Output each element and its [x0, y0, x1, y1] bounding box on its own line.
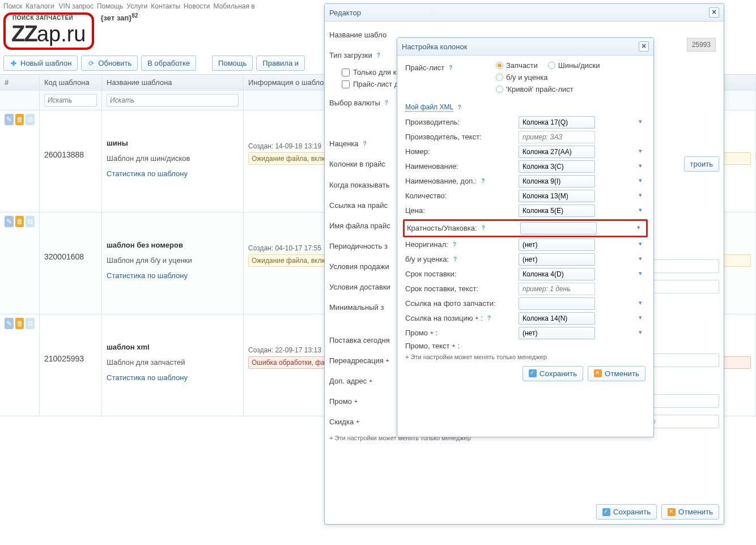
- filter-code-input[interactable]: [44, 94, 97, 107]
- help-icon[interactable]: ?: [479, 224, 487, 232]
- help-icon[interactable]: ?: [451, 241, 458, 249]
- nav-search[interactable]: Поиск: [3, 2, 22, 10]
- nav-contacts[interactable]: Контакты: [151, 2, 180, 10]
- col-setting-row: Срок поставки, текст:: [405, 283, 645, 295]
- edit-icon[interactable]: ✎: [5, 114, 14, 125]
- cell-code: 260013888: [40, 110, 102, 212]
- col-num[interactable]: #: [0, 75, 40, 90]
- filter-name-input[interactable]: [107, 94, 239, 107]
- radio-icon: [548, 62, 555, 69]
- col-setting-row: Промо, текст+:: [405, 342, 645, 350]
- logo[interactable]: ПОИСК ЗАПЧАСТЕЙ ZZ ap.ru: [3, 12, 94, 50]
- stats-link[interactable]: Статистика по шаблону: [107, 373, 188, 382]
- nav-catalogs[interactable]: Каталоги: [26, 2, 55, 10]
- col-setting-row: Неоригинал: ?(нет): [405, 239, 645, 251]
- logo-tag: {зет зап}82: [101, 14, 138, 22]
- col-select[interactable]: (нет): [519, 239, 595, 251]
- cols-save-button[interactable]: Сохранить: [523, 366, 583, 381]
- col-setting-row: Кратность/Упаковка: ?: [403, 219, 648, 237]
- nav-mobile[interactable]: Мобильная в: [214, 2, 255, 10]
- col-text-input[interactable]: [519, 283, 595, 295]
- nav-help[interactable]: Помощь: [97, 2, 123, 10]
- nav-services[interactable]: Услуги: [126, 2, 147, 10]
- template-title: шаблон без номеров: [107, 241, 239, 249]
- col-select[interactable]: [520, 222, 597, 235]
- editor-save-button[interactable]: Сохранить: [596, 504, 657, 520]
- cols-title: Настройка колонок: [402, 42, 467, 51]
- copy-icon[interactable]: ⧉: [26, 216, 35, 227]
- cols-footnote: Эти настройки может менять только менедж…: [405, 354, 645, 360]
- col-label: Срок поставки, текст:: [405, 284, 519, 293]
- help-icon[interactable]: ?: [361, 139, 369, 147]
- help-icon[interactable]: ?: [451, 256, 459, 263]
- template-subtitle: Шаблон для запчастей: [107, 358, 239, 367]
- col-setting-row: Срок поставки:Колонка 4(D): [405, 268, 645, 280]
- x-icon: [594, 369, 602, 377]
- help-icon[interactable]: ?: [447, 63, 455, 71]
- nav-vin[interactable]: VIN запрос: [59, 2, 94, 10]
- template-title: шаблон xml: [107, 343, 239, 351]
- help-icon[interactable]: ?: [479, 177, 487, 185]
- col-code[interactable]: Код шаблона: [40, 75, 102, 90]
- col-select[interactable]: (нет): [519, 327, 595, 339]
- help-icon[interactable]: ?: [485, 314, 493, 322]
- cols-title-bar[interactable]: Настройка колонок ×: [397, 38, 653, 56]
- col-select[interactable]: Колонка 4(D): [519, 268, 595, 280]
- configure-cols-button[interactable]: троить: [684, 156, 719, 172]
- col-label: Ссылка на позицию+: ?: [405, 314, 519, 322]
- radio-parts[interactable]: Запчасти: [496, 61, 538, 70]
- cols-cancel-button[interactable]: Отменить: [588, 366, 645, 381]
- radio-icon: [496, 86, 503, 93]
- col-name[interactable]: Название шаблона: [102, 75, 244, 90]
- col-label: Ссылка на фото запчасти:: [405, 299, 519, 308]
- template-subtitle: Шаблон для шин/дисков: [107, 154, 239, 163]
- radio-tires[interactable]: Шины/диски: [548, 61, 600, 70]
- edit-icon[interactable]: ✎: [5, 318, 14, 329]
- in-processing-button[interactable]: В обработке: [141, 56, 196, 71]
- logo-zz: ZZ: [11, 21, 37, 46]
- radio-used[interactable]: б/у и уценка: [496, 73, 547, 82]
- col-setting-row: Наименование, доп.: ?Колонка 9(I): [405, 175, 645, 188]
- nav-news[interactable]: Новости: [184, 2, 210, 10]
- editor-close-button[interactable]: ×: [709, 7, 719, 18]
- col-select[interactable]: Колонка 3(C): [519, 160, 595, 173]
- col-setting-row: Наименование:Колонка 3(C): [405, 160, 645, 173]
- col-select[interactable]: [519, 297, 595, 310]
- col-select[interactable]: Колонка 5(E): [519, 205, 595, 217]
- delete-icon[interactable]: 🗑: [15, 318, 24, 329]
- editor-title-bar[interactable]: Редактор ×: [325, 4, 724, 22]
- help-icon[interactable]: ?: [375, 51, 383, 59]
- new-template-button[interactable]: ✚Новый шаблон: [3, 56, 78, 71]
- copy-icon[interactable]: ⧉: [26, 318, 35, 329]
- refresh-button[interactable]: ⟳Обновить: [81, 56, 138, 71]
- delete-icon[interactable]: 🗑: [15, 216, 24, 227]
- help-icon[interactable]: ?: [456, 104, 464, 112]
- delete-icon[interactable]: 🗑: [15, 114, 24, 125]
- col-select[interactable]: Колонка 14(N): [519, 312, 595, 325]
- copy-icon[interactable]: ⧉: [26, 114, 35, 125]
- help-button[interactable]: Помощь: [212, 56, 253, 71]
- xml-link[interactable]: Мой файл XML: [405, 103, 453, 112]
- radio-crooked[interactable]: 'Кривой' прайс-лист: [496, 85, 574, 93]
- col-select[interactable]: Колонка 27(AA): [519, 146, 595, 158]
- editor-cancel-button[interactable]: Отменить: [661, 504, 719, 520]
- col-text-input[interactable]: [519, 131, 595, 143]
- col-select[interactable]: Колонка 13(M): [519, 190, 595, 202]
- col-label: Наименование:: [405, 162, 519, 171]
- cols-close-button[interactable]: ×: [639, 41, 649, 52]
- col-setting-row: Ссылка на фото запчасти:: [405, 297, 645, 310]
- stats-link[interactable]: Статистика по шаблону: [107, 169, 188, 178]
- col-select[interactable]: Колонка 17(Q): [519, 116, 595, 129]
- col-label: Промо, текст+:: [405, 342, 519, 350]
- col-setting-row: б/у и уценка: ?(нет): [405, 253, 645, 266]
- col-select[interactable]: Колонка 9(I): [519, 175, 595, 188]
- col-select[interactable]: (нет): [519, 253, 595, 266]
- col-setting-row: Промо+:(нет): [405, 327, 645, 339]
- editor-title: Редактор: [329, 8, 361, 17]
- stats-link[interactable]: Статистика по шаблону: [107, 271, 188, 280]
- template-code-readonly: 25993: [687, 38, 716, 52]
- edit-icon[interactable]: ✎: [5, 216, 14, 227]
- col-setting-row: Цена:Колонка 5(E): [405, 205, 645, 217]
- help-icon[interactable]: ?: [383, 99, 390, 107]
- rules-button[interactable]: Правила и: [256, 56, 305, 71]
